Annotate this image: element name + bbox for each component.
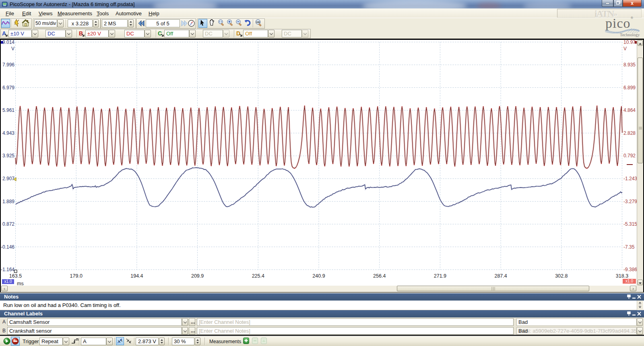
svg-text:9.014: 9.014 bbox=[2, 40, 14, 45]
svg-text:5.961: 5.961 bbox=[2, 107, 14, 113]
svg-text:302.8: 302.8 bbox=[555, 273, 568, 279]
svg-text:256.4: 256.4 bbox=[373, 273, 386, 279]
svg-text:225.4: 225.4 bbox=[252, 273, 264, 279]
svg-text:318.3: 318.3 bbox=[616, 273, 628, 279]
svg-text:100: 100 bbox=[256, 21, 260, 23]
svg-text:0.792: 0.792 bbox=[623, 153, 636, 159]
svg-text:6.979: 6.979 bbox=[2, 85, 14, 91]
svg-text:8.935: 8.935 bbox=[623, 62, 636, 68]
svg-text:163.5: 163.5 bbox=[9, 273, 22, 279]
svg-text:240.9: 240.9 bbox=[312, 273, 325, 279]
svg-text:0.872: 0.872 bbox=[2, 221, 14, 227]
svg-text:2.828: 2.828 bbox=[623, 130, 636, 136]
svg-text:209.9: 209.9 bbox=[191, 273, 204, 279]
svg-text:V: V bbox=[11, 46, 14, 51]
svg-text:-0.146: -0.146 bbox=[1, 244, 14, 250]
svg-text:-1.164: -1.164 bbox=[1, 267, 14, 272]
svg-text:1.889: 1.889 bbox=[2, 199, 14, 204]
svg-text:V: V bbox=[623, 46, 627, 51]
svg-text:194.4: 194.4 bbox=[130, 273, 143, 279]
svg-text:2.907: 2.907 bbox=[2, 176, 14, 181]
svg-text:287.4: 287.4 bbox=[494, 273, 507, 279]
svg-text:10.97: 10.97 bbox=[623, 40, 636, 45]
svg-text:3.925: 3.925 bbox=[2, 153, 14, 159]
svg-text:179.0: 179.0 bbox=[70, 273, 83, 279]
svg-text:ms: ms bbox=[17, 281, 24, 286]
svg-text:271.9: 271.9 bbox=[434, 273, 446, 279]
svg-text:-3.279: -3.279 bbox=[623, 199, 637, 204]
svg-text:4.943: 4.943 bbox=[2, 130, 14, 136]
svg-text:-1.243: -1.243 bbox=[623, 176, 637, 181]
svg-text:6.899: 6.899 bbox=[623, 85, 636, 91]
svg-text:-5.315: -5.315 bbox=[623, 221, 637, 227]
svg-text:4.864: 4.864 bbox=[623, 107, 636, 113]
svg-text:7.996: 7.996 bbox=[2, 62, 14, 68]
svg-text:-9.386: -9.386 bbox=[623, 267, 637, 272]
svg-text:-7.35: -7.35 bbox=[623, 244, 635, 250]
